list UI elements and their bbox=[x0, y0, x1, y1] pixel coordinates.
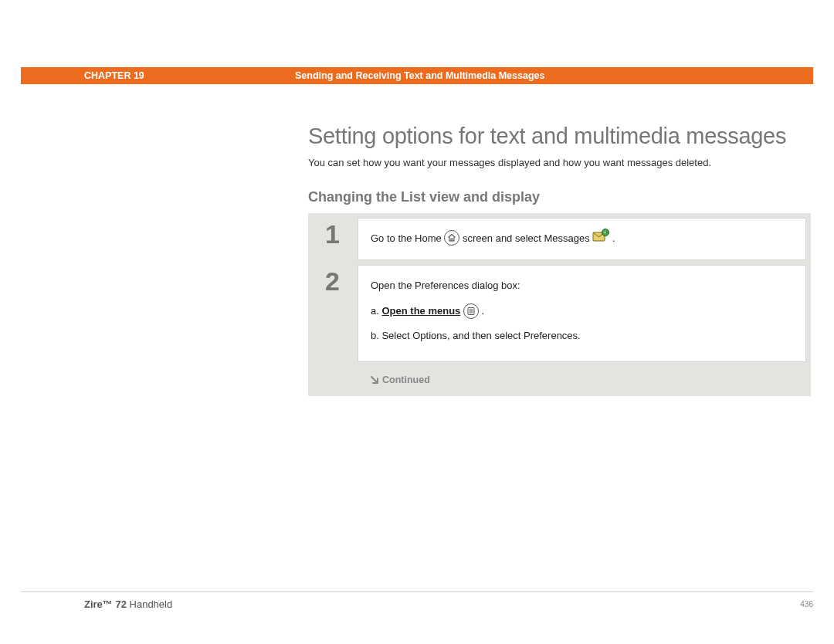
step2-a-prefix: a. bbox=[371, 305, 381, 317]
footer-product: Zire™ 72 Handheld bbox=[21, 598, 172, 610]
step2-a-post: . bbox=[482, 305, 485, 317]
section-title: Setting options for text and multimedia … bbox=[308, 124, 811, 149]
step-number: 2 bbox=[313, 265, 358, 362]
step-number: 1 bbox=[313, 218, 358, 260]
steps-container: 1 Go to the Home screen and select Messa… bbox=[308, 213, 811, 397]
step-body: Open the Preferences dialog box: a. Open… bbox=[358, 265, 806, 362]
footer-product-rest: Handheld bbox=[127, 598, 172, 610]
step1-text-mid: screen and select Messages bbox=[463, 232, 592, 244]
footer-product-bold: Zire™ 72 bbox=[84, 598, 127, 610]
step2-item-b: b. Select Options, and then select Prefe… bbox=[371, 327, 793, 344]
open-menus-link[interactable]: Open the menus bbox=[381, 305, 460, 317]
continued-label: Continued bbox=[382, 375, 430, 385]
chapter-header-bar: CHAPTER 19 Sending and Receiving Text an… bbox=[21, 67, 813, 84]
step1-text-pre: Go to the Home bbox=[371, 232, 444, 244]
page-footer: Zire™ 72 Handheld 436 bbox=[21, 591, 813, 610]
step2-line1: Open the Preferences dialog box: bbox=[371, 276, 793, 294]
messages-icon bbox=[592, 229, 609, 248]
menu-icon bbox=[463, 303, 479, 319]
step-row: 1 Go to the Home screen and select Messa… bbox=[313, 218, 806, 260]
section-intro: You can set how you want your messages d… bbox=[308, 155, 811, 171]
home-icon bbox=[444, 230, 459, 246]
step1-text-post: . bbox=[612, 232, 615, 244]
step-row: 2 Open the Preferences dialog box: a. Op… bbox=[313, 265, 806, 362]
subsection-title: Changing the List view and display bbox=[308, 189, 811, 205]
step2-item-a: a. Open the menus . bbox=[371, 302, 793, 320]
continued-arrow-icon bbox=[370, 375, 379, 385]
step2-sublist: a. Open the menus . b. Select Options, a bbox=[371, 302, 793, 344]
continued-row: Continued bbox=[313, 367, 806, 390]
chapter-label: CHAPTER 19 bbox=[21, 70, 295, 81]
footer-page-number: 436 bbox=[800, 600, 813, 608]
step-body: Go to the Home screen and select Message… bbox=[358, 218, 806, 260]
chapter-title: Sending and Receiving Text and Multimedi… bbox=[295, 70, 544, 81]
main-content: Setting options for text and multimedia … bbox=[308, 124, 811, 396]
